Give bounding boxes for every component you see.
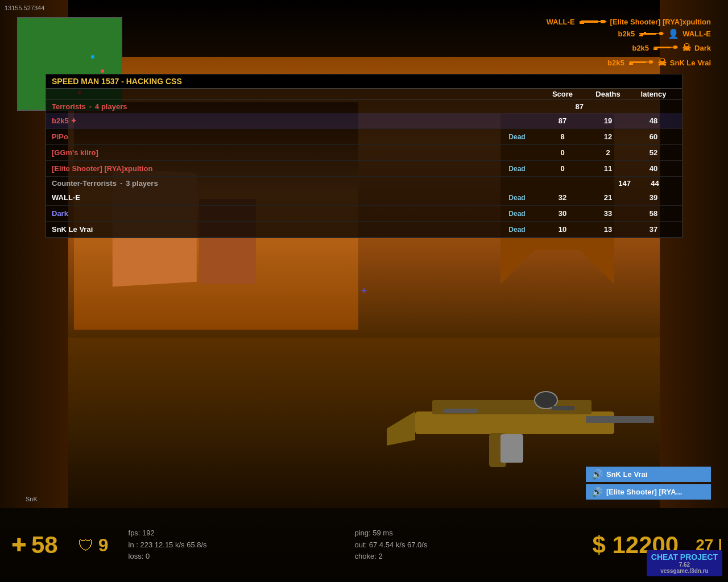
team-header-ct: Counter-Terrorists - 3 players 147 44 bbox=[46, 177, 682, 190]
stat-in-label: in : bbox=[129, 541, 138, 549]
voice-name-1: SnK Le Vrai bbox=[606, 470, 647, 479]
stat-out-pct: 67.0/s bbox=[407, 541, 427, 549]
player-deaths-elite: 11 bbox=[585, 164, 631, 173]
voice-entry-elite: 🔊 [Elite Shooter] [RYA... bbox=[586, 484, 711, 500]
killfeed: WALL-E [Elite Shooter] [RYA]xpultion b2k… bbox=[547, 17, 711, 69]
svg-rect-8 bbox=[629, 63, 633, 65]
minimap-player-label: SnK bbox=[26, 496, 38, 502]
weapon-icon-ak47-3 bbox=[652, 43, 679, 52]
player-status-walle: Dead bbox=[494, 194, 540, 202]
killer-2: b2k5 bbox=[618, 30, 635, 38]
svg-rect-14 bbox=[500, 434, 523, 463]
player-latency-kiiro: 52 bbox=[631, 148, 676, 157]
player-score-elite: 0 bbox=[540, 164, 585, 173]
player-score-kiiro: 0 bbox=[540, 148, 585, 157]
stats-grid: fps: 192 ping: 59 ms in : 223 12.15 k/s … bbox=[129, 527, 570, 563]
weapon-icon-rifle bbox=[578, 17, 607, 26]
team-score-t: 87 bbox=[576, 102, 584, 111]
stat-in: in : 223 12.15 k/s 65.8/s bbox=[129, 539, 344, 551]
stat-out-value: 67 bbox=[369, 541, 377, 549]
voicechat: 🔊 SnK Le Vrai 🔊 [Elite Shooter] [RYA... bbox=[586, 467, 711, 500]
player-name-pipo: PiPo bbox=[52, 132, 494, 141]
header-name bbox=[52, 90, 494, 98]
voice-icon-1: 🔊 bbox=[592, 469, 603, 480]
svg-rect-15 bbox=[444, 409, 478, 413]
victim-icon-4: ☠ bbox=[657, 56, 667, 69]
cheat-site: vcssgame.l3dn.ru bbox=[660, 568, 708, 574]
cheat-logo: CHEAT PROJECT 7.62 vcssgame.l3dn.ru bbox=[647, 550, 722, 576]
header-score: Score bbox=[540, 90, 585, 98]
player-row-kiiro: [GGm's kiiro] 0 2 52 bbox=[46, 145, 682, 161]
victim-2: WALL-E bbox=[682, 30, 711, 38]
cheat-logo-title: CHEAT PROJECT bbox=[651, 552, 718, 562]
player-latency-b2k5: 48 bbox=[631, 117, 676, 125]
svg-rect-16 bbox=[552, 406, 574, 410]
armor-icon: 🛡 bbox=[78, 536, 94, 555]
headshot-icon-2: 👤 bbox=[668, 28, 679, 39]
kill-entry-3: b2k5 ☠ Dark bbox=[632, 41, 711, 54]
victim-4: SnK Le Vrai bbox=[670, 59, 711, 67]
stat-loss-value: 0 bbox=[146, 552, 150, 560]
team-separator-ct: - bbox=[120, 179, 122, 188]
player-score-dark: 30 bbox=[540, 209, 585, 218]
player-deaths-walle: 21 bbox=[585, 193, 631, 202]
player-status-dark: Dead bbox=[494, 210, 540, 218]
player-score-snk: 10 bbox=[540, 225, 585, 234]
svg-rect-7 bbox=[630, 61, 646, 63]
stat-ping-label: ping: bbox=[354, 529, 370, 537]
player-deaths-dark: 33 bbox=[585, 209, 631, 218]
player-deaths-pipo: 12 bbox=[585, 132, 631, 141]
weapon-icon-ak47-2 bbox=[638, 30, 664, 39]
team-player-count-t: 4 players bbox=[95, 102, 127, 111]
team-score-ct: 147 bbox=[618, 179, 631, 188]
stat-ping: ping: 59 ms bbox=[354, 527, 569, 539]
player-score-b2k5: 87 bbox=[540, 117, 585, 125]
player-latency-elite: 40 bbox=[631, 164, 676, 173]
health-icon: ✚ bbox=[11, 534, 27, 556]
player-status-pipo: Dead bbox=[494, 133, 540, 141]
stat-out: out: 67 4.54 k/s 67.0/s bbox=[354, 539, 569, 551]
kill-entry-2: b2k5 👤 WALL-E bbox=[618, 28, 711, 39]
armor-section: 🛡 9 bbox=[69, 535, 117, 556]
header-status bbox=[494, 90, 540, 98]
svg-rect-3 bbox=[639, 35, 643, 36]
svg-rect-5 bbox=[655, 47, 671, 48]
player-latency-pipo: 60 bbox=[631, 132, 676, 141]
server-title: SPEED MAN 1537 - HACKING CSS bbox=[46, 74, 682, 89]
svg-rect-2 bbox=[640, 33, 656, 35]
armor-value: 9 bbox=[98, 535, 109, 556]
player-status-elite: Dead bbox=[494, 165, 540, 173]
player-status-snk: Dead bbox=[494, 226, 540, 234]
stat-choke-label: choke: bbox=[354, 552, 376, 560]
player-row-pipo: PiPo Dead 8 12 60 bbox=[46, 129, 682, 145]
player-row-dark: Dark Dead 30 33 58 bbox=[46, 206, 682, 222]
health-value: 58 bbox=[31, 531, 58, 559]
player-name-walle: WALL-E bbox=[52, 193, 494, 202]
team-separator-t: - bbox=[89, 102, 92, 111]
kill-entry-1: WALL-E [Elite Shooter] [RYA]xpultion bbox=[547, 17, 711, 26]
player-score-walle: 32 bbox=[540, 193, 585, 202]
victim-1: [Elite Shooter] [RYA]xpultion bbox=[610, 18, 711, 26]
stat-ping-value: 59 ms bbox=[373, 529, 392, 537]
player-latency-dark: 58 bbox=[631, 209, 676, 218]
svg-rect-1 bbox=[580, 22, 584, 24]
stat-out-label: out: bbox=[354, 541, 367, 549]
voice-name-2: [Elite Shooter] [RYA... bbox=[606, 488, 682, 496]
player-deaths-kiiro: 2 bbox=[585, 148, 631, 157]
stat-choke: choke: 2 bbox=[354, 551, 569, 563]
team-label-ct: Counter-Terrorists bbox=[52, 179, 117, 188]
player-name-snk: SnK Le Vrai bbox=[52, 225, 494, 234]
minimap-dot-enemy1 bbox=[101, 69, 104, 73]
player-deaths-snk: 13 bbox=[585, 225, 631, 234]
killer-3: b2k5 bbox=[632, 44, 649, 52]
svg-rect-9 bbox=[415, 411, 614, 434]
team-latency-ct: 44 bbox=[634, 179, 676, 188]
scoreboard: SPEED MAN 1537 - HACKING CSS Score Death… bbox=[46, 74, 682, 238]
stats-section: fps: 192 ping: 59 ms in : 223 12.15 k/s … bbox=[117, 527, 581, 563]
dark-label: Dark bbox=[694, 44, 711, 52]
player-name-elite: [Elite Shooter] [RYA]xpultion bbox=[52, 164, 494, 173]
stat-in-pct: 65.8/s bbox=[187, 541, 206, 549]
header-latency: latency bbox=[631, 90, 676, 98]
killer-1: WALL-E bbox=[547, 18, 575, 26]
player-name-dark: Dark bbox=[52, 209, 494, 218]
